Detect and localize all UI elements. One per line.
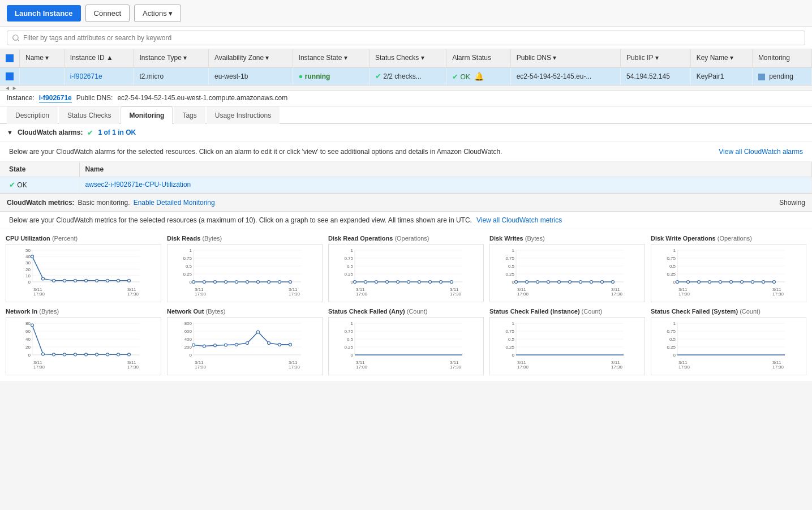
svg-text:0.25: 0.25 — [183, 272, 192, 277]
select-all-checkbox-col[interactable] — [0, 49, 20, 67]
search-input[interactable] — [7, 31, 805, 45]
col-status-checks[interactable]: Status Checks ▾ — [369, 49, 446, 67]
svg-point-72 — [418, 280, 421, 283]
svg-text:20: 20 — [25, 267, 31, 272]
chart-title-1: Disk Reads (Bytes) — [167, 235, 323, 242]
svg-point-100 — [601, 280, 604, 283]
svg-point-97 — [569, 280, 572, 283]
svg-point-23 — [128, 279, 131, 282]
chart-7[interactable]: Status Check Failed (Any) (Count) 0 0.25… — [328, 308, 484, 375]
row-checkbox-cell[interactable] — [0, 67, 20, 85]
svg-text:20: 20 — [25, 345, 31, 350]
svg-point-171 — [203, 345, 206, 348]
svg-text:0.5: 0.5 — [347, 337, 354, 342]
showing-label: Showing — [779, 199, 805, 207]
svg-point-173 — [225, 344, 227, 346]
svg-point-74 — [440, 280, 442, 283]
col-public-dns[interactable]: Public DNS ▾ — [510, 49, 620, 67]
chart-3[interactable]: Disk Writes (Bytes) 0 0.25 0.5 0.75 1 3/… — [489, 235, 645, 302]
alarm-name-cell[interactable]: awsec2-i-f902671e-CPU-Utilization — [79, 177, 812, 192]
svg-text:0: 0 — [28, 353, 31, 358]
table-row[interactable]: i-f902671e t2.micro eu-west-1b ● running… — [0, 67, 812, 85]
launch-instance-button[interactable]: Launch Instance — [7, 5, 81, 22]
table-header-row: Name ▾ Instance ID ▲ Instance Type ▾ Ava… — [0, 49, 812, 67]
alarms-status-text[interactable]: 1 of 1 in OK — [98, 128, 136, 136]
dns-value: ec2-54-194-52-145.eu-west-1.compute.amaz… — [117, 94, 287, 102]
connect-button[interactable]: Connect — [85, 5, 130, 22]
col-instance-id[interactable]: Instance ID ▲ — [64, 49, 134, 67]
svg-text:80: 80 — [25, 321, 31, 326]
svg-point-16 — [53, 279, 55, 282]
chart-1[interactable]: Disk Reads (Bytes) 0 0.25 0.5 0.75 1 3/1… — [167, 235, 323, 302]
svg-point-148 — [74, 353, 77, 356]
col-key-name[interactable]: Key Name ▾ — [690, 49, 752, 67]
svg-point-153 — [128, 353, 131, 356]
alarm-icon: 🔔 — [474, 72, 484, 81]
col-name[interactable]: Name ▾ — [20, 49, 65, 67]
cell-monitoring: pending — [752, 67, 811, 85]
svg-text:800: 800 — [184, 321, 192, 326]
chart-5[interactable]: Network In (Bytes) 0 20 40 60 80 3/1117:… — [6, 308, 161, 375]
svg-point-22 — [117, 279, 120, 282]
svg-text:17:00: 17:00 — [356, 292, 368, 297]
col-instance-type[interactable]: Instance Type ▾ — [134, 49, 209, 67]
svg-text:0.25: 0.25 — [344, 345, 353, 350]
col-availability-zone[interactable]: Availability Zone ▾ — [209, 49, 293, 67]
select-all-checkbox[interactable] — [6, 54, 14, 62]
enable-detailed-monitoring-link[interactable]: Enable Detailed Monitoring — [134, 199, 215, 207]
svg-text:1: 1 — [190, 248, 192, 253]
chart-8[interactable]: Status Check Failed (Instance) (Count) 0… — [489, 308, 645, 375]
alarm-table-row[interactable]: ✔ OK awsec2-i-f902671e-CPU-Utilization — [0, 177, 812, 192]
chart-4[interactable]: Disk Write Operations (Operations) 0 0.2… — [651, 235, 806, 302]
chart-2[interactable]: Disk Read Operations (Operations) 0 0.25… — [328, 235, 484, 302]
chart-9[interactable]: Status Check Failed (System) (Count) 0 0… — [651, 308, 806, 375]
svg-text:17:30: 17:30 — [289, 292, 300, 297]
chart-title-6: Network Out (Bytes) — [167, 308, 323, 315]
metrics-header-left: CloudWatch metrics: Basic monitoring. En… — [7, 199, 215, 207]
state-icon: ● — [299, 72, 303, 80]
alarms-toggle[interactable]: ▼ — [7, 129, 13, 136]
row-checkbox[interactable] — [6, 72, 14, 80]
monitoring-type: Basic monitoring. — [78, 199, 130, 207]
cloudwatch-alarms-header: ▼ CloudWatch alarms: ✔ 1 of 1 in OK — [0, 124, 812, 142]
tab-description[interactable]: Description — [7, 106, 58, 124]
cell-availability-zone: eu-west-1b — [209, 67, 293, 85]
svg-point-20 — [96, 279, 98, 282]
view-all-metrics-link[interactable]: View all CloudWatch metrics — [476, 216, 562, 224]
col-alarm-status: Alarm Status — [446, 49, 510, 67]
chart-6[interactable]: Network Out (Bytes) 0 200 400 600 800 3/… — [167, 308, 323, 375]
instance-id-link[interactable]: i-f902671e — [39, 94, 72, 102]
chart-svg-wrap-9: 0 0.25 0.5 0.75 1 3/1117:003/1117:30 — [651, 317, 806, 375]
col-public-ip[interactable]: Public IP ▾ — [621, 49, 691, 67]
svg-point-144 — [31, 324, 34, 327]
chart-title-2: Disk Read Operations (Operations) — [328, 235, 484, 242]
chart-0[interactable]: CPU Utilization (Percent) 0 10 20 30 40 … — [6, 235, 161, 302]
alarm-row-state: OK — [17, 181, 27, 189]
actions-button[interactable]: Actions ▾ — [134, 5, 181, 22]
svg-point-19 — [85, 279, 88, 282]
svg-text:17:00: 17:00 — [517, 292, 529, 297]
view-all-alarms-link[interactable]: View all CloudWatch alarms — [719, 148, 803, 156]
svg-point-149 — [85, 353, 88, 356]
svg-point-43 — [225, 280, 227, 283]
col-instance-state[interactable]: Instance State ▾ — [293, 49, 369, 67]
svg-point-95 — [547, 280, 550, 283]
alarm-name-link[interactable]: awsec2-i-f902671e-CPU-Utilization — [85, 181, 191, 188]
tab-status-checks[interactable]: Status Checks — [59, 106, 119, 124]
monitoring-tab-content: ▼ CloudWatch alarms: ✔ 1 of 1 in OK Belo… — [0, 124, 812, 381]
svg-text:200: 200 — [184, 345, 192, 350]
charts-grid: CPU Utilization (Percent) 0 10 20 30 40 … — [0, 229, 812, 381]
svg-text:0.5: 0.5 — [669, 337, 676, 342]
svg-point-122 — [719, 280, 722, 283]
svg-text:17:30: 17:30 — [772, 292, 784, 297]
tab-monitoring[interactable]: Monitoring — [121, 106, 173, 124]
tab-usage-instructions[interactable]: Usage Instructions — [207, 106, 280, 124]
tab-tags[interactable]: Tags — [174, 106, 205, 124]
svg-text:17:30: 17:30 — [611, 292, 623, 297]
svg-point-71 — [407, 280, 410, 283]
svg-point-147 — [63, 353, 66, 356]
chart-svg-wrap-0: 0 10 20 30 40 50 3/1117:003/1117:30 — [6, 244, 161, 302]
svg-point-45 — [246, 280, 249, 283]
svg-point-123 — [730, 280, 733, 283]
svg-point-178 — [278, 343, 281, 346]
